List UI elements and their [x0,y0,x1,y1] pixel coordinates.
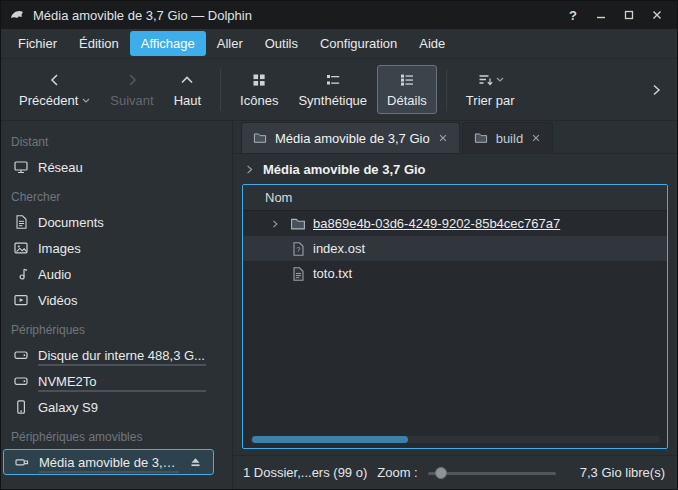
chevron-right-icon [246,164,254,175]
up-button[interactable]: Haut [164,65,211,114]
menu-outils[interactable]: Outils [254,31,309,56]
window-controls: ? [561,4,669,26]
menu-edition[interactable]: Édition [68,31,130,56]
breadcrumb-location[interactable]: Média amovible de 3,7 Gio [263,162,426,177]
compact-view-button[interactable]: Synthétique [288,65,377,114]
icons-view-label: Icônes [240,93,278,108]
sort-icon [477,72,493,88]
toolbar-separator [220,69,221,111]
section-header-chercher: Chercher [1,180,232,209]
close-button[interactable] [645,4,669,26]
place-label: Audio [38,267,71,282]
file-row-index-ost[interactable]: index.ost [243,236,667,261]
sort-by-button[interactable]: Trier par [456,65,525,114]
toolbar-overflow-button[interactable] [645,70,669,110]
compact-view-label: Synthétique [298,93,367,108]
sidebar-item-images[interactable]: Images [1,235,218,261]
details-view-icon [399,72,415,88]
file-name[interactable]: index.ost [313,241,365,256]
place-label: Réseau [38,160,83,175]
tab-label: Média amovible de 3,7 Gio [275,131,430,146]
sidebar-item-reseau[interactable]: Réseau [1,154,218,180]
tab-close-button[interactable] [531,133,541,143]
maximize-button[interactable] [617,4,641,26]
zoom-label: Zoom : [377,465,417,480]
menu-fichier[interactable]: Fichier [7,31,68,56]
places-panel: Distant Réseau Chercher Documents Images… [1,121,233,489]
menu-aller[interactable]: Aller [206,31,254,56]
dolphin-app-icon [9,7,25,23]
zoom-slider-handle[interactable] [435,467,447,479]
capacity-bar [39,471,179,473]
sidebar-item-media-amovible[interactable]: Média amovible de 3,7 ... [3,449,214,475]
sidebar-item-galaxy-s9[interactable]: Galaxy S9 [1,394,218,420]
help-button[interactable]: ? [561,4,585,26]
folder-icon [253,131,267,145]
place-label: Images [38,241,81,256]
capacity-bar [38,364,206,366]
menu-aide[interactable]: Aide [408,31,456,56]
file-row-toto-txt[interactable]: toto.txt [243,261,667,286]
horizontal-scrollbar[interactable] [250,436,660,443]
sort-by-label: Trier par [466,93,515,108]
videos-icon [13,292,29,308]
documents-icon [13,214,29,230]
menu-configuration[interactable]: Configuration [309,31,408,56]
eject-button[interactable] [188,455,203,470]
sidebar-item-audio[interactable]: Audio [1,261,218,287]
column-header-nom[interactable]: Nom [265,190,292,205]
file-name[interactable]: ba869e4b-03d6-4249-9202-85b4cec767a7 [313,216,560,231]
chevron-right-icon [652,83,662,97]
sidebar-item-nvme2to[interactable]: NVME2To [1,368,218,394]
free-space-label: 7,3 Gio libre(s) [580,465,665,480]
back-dropdown-caret-icon [82,98,90,104]
compact-view-icon [325,72,341,88]
view-container: Nom ba869e4b-03d6-4249-9202-85b4cec767a7… [233,184,677,455]
breadcrumb[interactable]: Média amovible de 3,7 Gio [233,154,677,184]
folder-icon [474,131,488,145]
file-name[interactable]: toto.txt [313,266,352,281]
sort-dropdown-caret-icon [496,77,504,83]
main-panel: Média amovible de 3,7 Gio build Média am… [233,121,677,489]
content-area: Distant Réseau Chercher Documents Images… [1,121,677,489]
maximize-icon [623,9,635,21]
zoom-slider[interactable] [428,466,556,480]
menu-affichage[interactable]: Affichage [130,31,206,56]
sidebar-item-documents[interactable]: Documents [1,209,218,235]
usb-drive-icon [14,454,30,470]
unknown-file-icon [290,241,306,257]
zoom-control: Zoom : [377,465,555,480]
back-arrow-icon [47,72,63,88]
sidebar-item-videos[interactable]: Vidéos [1,287,218,313]
toolbar: Précédent Suivant Haut Icônes Synthétiqu… [1,59,677,121]
column-header-row: Nom [243,185,667,211]
tab-label: build [496,131,523,146]
section-header-peripheriques-amovibles: Périphériques amovibles [1,420,232,449]
forward-label: Suivant [110,93,153,108]
titlebar[interactable]: Média amovible de 3,7 Gio — Dolphin ? [1,1,677,29]
details-view-button[interactable]: Détails [377,65,437,114]
place-label: Vidéos [38,293,78,308]
file-row-folder[interactable]: ba869e4b-03d6-4249-9202-85b4cec767a7 [243,211,667,236]
icons-view-button[interactable]: Icônes [230,65,288,114]
place-label: NVME2To [38,374,97,389]
back-button[interactable]: Précédent [9,65,100,114]
tab-build[interactable]: build [462,122,553,153]
tab-close-button[interactable] [438,133,448,143]
file-view[interactable]: Nom ba869e4b-03d6-4249-9202-85b4cec767a7… [242,184,668,449]
capacity-bar [38,390,206,392]
back-label: Précédent [19,93,78,108]
selection-summary: 1 Dossier,...ers (99 o) [243,465,367,480]
forward-button[interactable]: Suivant [100,65,163,114]
place-label: Galaxy S9 [38,400,98,415]
audio-icon [13,266,29,282]
window-title: Média amovible de 3,7 Gio — Dolphin [33,8,252,23]
hard-drive-icon [13,347,29,363]
place-label: Documents [38,215,104,230]
scrollbar-thumb[interactable] [252,436,408,443]
sidebar-item-disque-dur-interne[interactable]: Disque dur interne 488,3 G... [1,342,218,368]
eject-icon [188,455,203,470]
expand-arrow-button[interactable] [267,219,283,229]
tab-media-amovible[interactable]: Média amovible de 3,7 Gio [241,122,460,153]
minimize-button[interactable] [589,4,613,26]
